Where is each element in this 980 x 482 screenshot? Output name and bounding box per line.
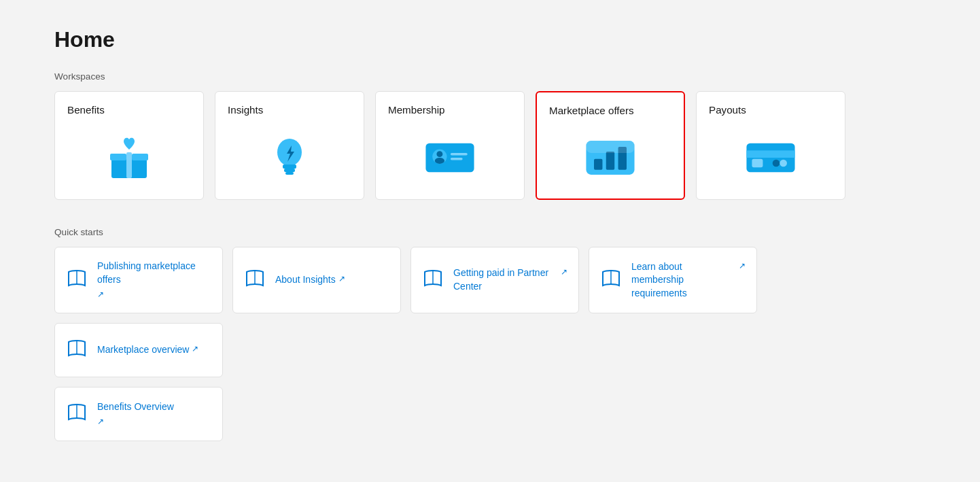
- qs-text-benefits-overview: Benefits Overview ↗: [97, 400, 174, 428]
- workspaces-row: Benefits Insights: [54, 91, 926, 200]
- external-link-icon-marketplace-overview: ↗: [192, 343, 198, 355]
- qs-text-marketplace-overview: Marketplace overview ↗: [97, 343, 198, 357]
- external-link-icon-benefits-overview: ↗: [97, 416, 174, 428]
- svg-point-23: [780, 159, 787, 167]
- book-icon-insights: [244, 268, 266, 292]
- svg-rect-21: [752, 158, 763, 167]
- workspace-card-payouts[interactable]: Payouts: [696, 91, 845, 200]
- workspace-payouts-title: Payouts: [709, 104, 746, 116]
- qs-card-publishing-marketplace[interactable]: Publishing marketplace offers ↗: [54, 247, 223, 313]
- qs-card-about-insights[interactable]: About Insights ↗: [232, 247, 401, 313]
- workspace-card-marketplace-offers[interactable]: Marketplace offers: [536, 91, 685, 200]
- qs-text-insights: About Insights ↗: [275, 273, 345, 287]
- quickstarts-label: Quick starts: [54, 227, 926, 237]
- svg-rect-7: [285, 172, 294, 175]
- svg-rect-2: [132, 154, 148, 160]
- qs-title-benefits-overview-label: Benefits Overview: [97, 400, 174, 414]
- workspace-insights-icon-area: [228, 128, 351, 187]
- qs-card-benefits-overview[interactable]: Benefits Overview ↗: [54, 387, 223, 441]
- workspace-marketplace-title: Marketplace offers: [549, 105, 634, 116]
- qs-title-getting-paid-label: Getting paid in Partner Center: [453, 266, 558, 293]
- svg-rect-20: [746, 150, 794, 158]
- payouts-icon: [743, 139, 798, 177]
- qs-text-membership: Learn about membership requirements ↗: [631, 260, 746, 300]
- qs-title-publishing-label: Publishing marketplace offers: [97, 260, 211, 286]
- workspace-marketplace-icon-area: [549, 128, 671, 186]
- workspace-insights-title: Insights: [228, 104, 263, 116]
- svg-rect-6: [284, 169, 295, 172]
- qs-title-insights-label: About Insights: [275, 273, 336, 287]
- book-icon-benefits-overview: [66, 402, 88, 426]
- marketplace-offers-icon: [583, 133, 637, 182]
- external-link-icon-membership: ↗: [739, 260, 746, 272]
- external-link-icon-publishing: ↗: [97, 289, 211, 300]
- quickstarts-row2: Benefits Overview ↗: [54, 387, 926, 441]
- svg-point-10: [436, 151, 442, 157]
- qs-title-marketplace-overview-label: Marketplace overview: [97, 343, 189, 357]
- quickstarts-grid: Publishing marketplace offers ↗ About In…: [54, 247, 926, 377]
- qs-card-getting-paid[interactable]: Getting paid in Partner Center ↗: [410, 247, 579, 313]
- membership-icon: [423, 139, 477, 177]
- external-link-icon-getting-paid: ↗: [561, 266, 567, 278]
- svg-rect-15: [594, 158, 602, 169]
- workspace-payouts-icon-area: [709, 128, 833, 187]
- qs-text-publishing: Publishing marketplace offers ↗: [97, 260, 211, 300]
- svg-point-22: [773, 159, 780, 167]
- external-link-icon-insights: ↗: [338, 273, 345, 285]
- workspace-card-insights[interactable]: Insights: [215, 91, 364, 200]
- workspace-benefits-icon-area: [67, 128, 191, 187]
- qs-card-learn-membership[interactable]: Learn about membership requirements ↗: [589, 247, 757, 313]
- workspace-card-membership[interactable]: Membership: [375, 91, 525, 200]
- qs-title-membership-label: Learn about membership requirements: [631, 260, 736, 300]
- workspace-membership-title: Membership: [388, 104, 445, 116]
- book-icon-publishing: [66, 268, 88, 292]
- workspace-card-benefits[interactable]: Benefits: [54, 91, 204, 200]
- svg-rect-1: [110, 154, 126, 160]
- svg-point-11: [435, 158, 444, 164]
- workspaces-label: Workspaces: [54, 71, 926, 82]
- benefits-icon: [105, 133, 154, 182]
- workspace-membership-icon-area: [388, 128, 512, 187]
- book-icon-marketplace-overview: [66, 338, 88, 362]
- workspace-benefits-title: Benefits: [67, 104, 105, 116]
- svg-rect-16: [606, 152, 614, 170]
- qs-card-marketplace-overview[interactable]: Marketplace overview ↗: [54, 323, 223, 377]
- svg-rect-12: [451, 152, 468, 155]
- book-icon-membership: [600, 268, 622, 292]
- qs-text-getting-paid: Getting paid in Partner Center ↗: [453, 266, 567, 293]
- page-title: Home: [54, 27, 926, 52]
- book-icon-getting-paid: [422, 268, 444, 292]
- insights-icon: [269, 133, 310, 182]
- svg-rect-13: [451, 158, 463, 160]
- svg-rect-3: [126, 152, 132, 178]
- svg-rect-5: [283, 165, 296, 169]
- svg-rect-18: [586, 141, 634, 153]
